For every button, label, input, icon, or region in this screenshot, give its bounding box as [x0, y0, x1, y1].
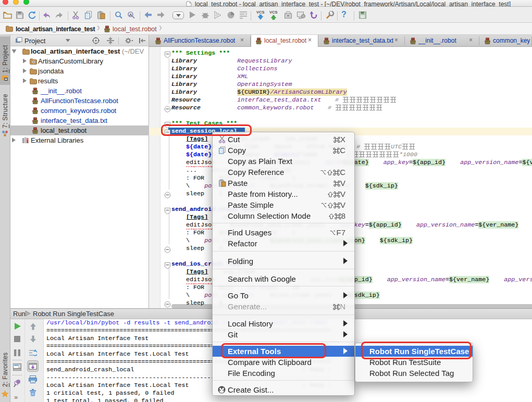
svg-text:A: A — [129, 12, 132, 17]
